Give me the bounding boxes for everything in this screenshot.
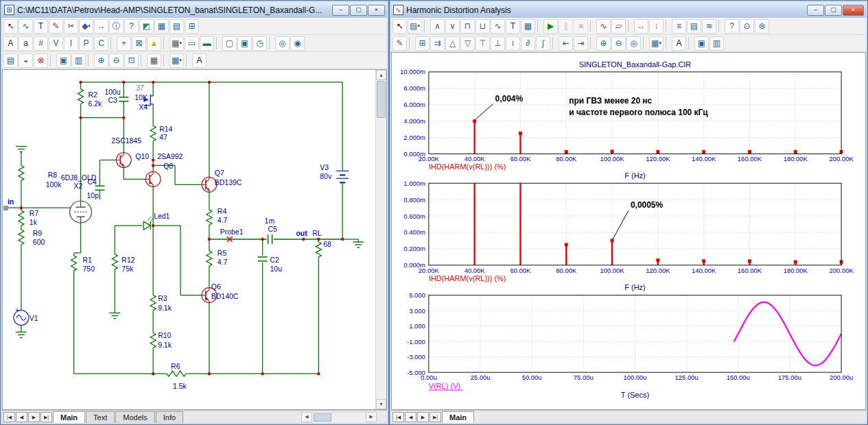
- x4-node-label[interactable]: 37: [136, 84, 144, 92]
- component-menu-icon[interactable]: ◆▾: [79, 19, 93, 34]
- properties-icon[interactable]: ▦: [521, 19, 535, 34]
- harmonic-marker[interactable]: [656, 258, 659, 262]
- scroll-down-button[interactable]: ▼: [376, 399, 386, 409]
- r9-value-label[interactable]: 600: [33, 239, 45, 246]
- auto-scale-icon[interactable]: ◎: [626, 36, 641, 51]
- r3-name-label[interactable]: R3: [158, 295, 167, 302]
- node-numbers-icon[interactable]: #: [34, 36, 48, 51]
- schematic-drawing[interactable]: R26.2k100uC33710KX4R14472SC1845Q102SA992…: [3, 70, 375, 409]
- pin-connections-icon[interactable]: +: [117, 36, 131, 51]
- vscroll-thumb[interactable]: [377, 81, 386, 118]
- scroll-up-button[interactable]: ▲: [376, 70, 386, 80]
- c4-value-label[interactable]: 10p: [87, 192, 99, 199]
- text-mode-icon[interactable]: T: [34, 19, 48, 34]
- copy-graph-icon[interactable]: ▣: [694, 36, 709, 51]
- r2-name-label[interactable]: R2: [89, 91, 98, 99]
- harmonic-marker[interactable]: [611, 149, 614, 153]
- grid-display-icon[interactable]: ▦▾: [169, 36, 184, 51]
- r6-name-label[interactable]: R6: [171, 363, 180, 370]
- resistor-symbol[interactable]: [112, 254, 117, 269]
- font-icon[interactable]: A: [192, 53, 207, 68]
- integral-icon[interactable]: ∫: [536, 36, 550, 51]
- scroll-right-button[interactable]: ▶: [366, 412, 377, 422]
- c2-value-label[interactable]: 10u: [270, 265, 283, 273]
- add-page-icon[interactable]: ▢: [222, 36, 237, 51]
- horizontal-tag-icon[interactable]: ↔: [634, 19, 648, 34]
- r4-value-label[interactable]: 4.7: [218, 217, 228, 224]
- legend-label[interactable]: V(RL) (V): [429, 382, 460, 390]
- maximize-button[interactable]: ▢: [350, 5, 367, 16]
- c2-name-label[interactable]: C2: [270, 256, 280, 264]
- file-list-icon[interactable]: ▤▾: [408, 19, 422, 34]
- cursor-inflection-icon[interactable]: ∿: [491, 19, 505, 34]
- r12-name-label[interactable]: R12: [121, 256, 134, 264]
- edit-graph-icon[interactable]: ✎: [392, 36, 407, 51]
- r8-value-label[interactable]: 100k: [46, 181, 62, 189]
- resistor-symbol[interactable]: [150, 332, 156, 348]
- hscroll-track[interactable]: [312, 412, 366, 422]
- peak-icon[interactable]: △: [445, 36, 460, 51]
- zoom-out-icon[interactable]: ⊖: [109, 53, 124, 68]
- legend-label[interactable]: IHD(HARM(v(RL))) (%): [429, 274, 506, 282]
- graphics-mode-icon[interactable]: ✎: [49, 19, 63, 34]
- valley-icon[interactable]: ▽: [460, 36, 475, 51]
- design-checks-icon[interactable]: ▲: [147, 36, 161, 51]
- plot-area[interactable]: 10.000m8.000m6.000m4.000m2.000m0.000m20.…: [392, 53, 865, 409]
- help-mode-icon[interactable]: ?: [124, 19, 139, 34]
- copy-icon[interactable]: ▣: [56, 53, 71, 68]
- c5-value-label[interactable]: 1m: [265, 217, 275, 225]
- r10-name-label[interactable]: R10: [158, 332, 171, 339]
- c3-value-label[interactable]: 100u: [104, 88, 120, 96]
- region-select-icon[interactable]: ◩: [139, 19, 154, 34]
- resistor-symbol[interactable]: [19, 165, 24, 180]
- grid-select-icon[interactable]: ▦▾: [649, 36, 664, 51]
- delete-mode-icon[interactable]: ✂: [64, 19, 78, 34]
- grid-text-icon[interactable]: a: [19, 36, 33, 51]
- c3-name-label[interactable]: C3: [108, 97, 117, 104]
- file-list-icon-dropdown[interactable]: ▾: [417, 23, 420, 29]
- tab-main[interactable]: Main: [442, 411, 474, 423]
- navigate-icon[interactable]: →: [94, 19, 108, 34]
- q10-name-label[interactable]: Q10: [135, 153, 149, 160]
- wire-mode-icon[interactable]: ∿: [19, 19, 33, 34]
- slope-icon[interactable]: ∂: [521, 36, 535, 51]
- r12-value-label[interactable]: 75k: [121, 265, 134, 273]
- analysis-titlebar[interactable]: ∿ Harmonic Distortion Analysis – ▢ ×: [391, 2, 866, 18]
- power-display-icon[interactable]: P: [79, 36, 93, 51]
- r1-value-label[interactable]: 750: [83, 265, 95, 273]
- harmonic-marker[interactable]: [748, 150, 751, 154]
- copy-page-icon[interactable]: ▥: [709, 36, 724, 51]
- q6-model-label[interactable]: BD140C: [211, 293, 239, 300]
- vertical-tag-icon[interactable]: ↕: [649, 19, 664, 34]
- out-port-label[interactable]: out: [296, 230, 307, 237]
- tab-info[interactable]: Info: [156, 411, 183, 423]
- global-high-icon[interactable]: ⊤: [476, 36, 490, 51]
- schematic-vscrollbar[interactable]: ▲ ▼: [375, 70, 386, 409]
- q7-model-label[interactable]: BD139C: [215, 179, 242, 186]
- schematic-titlebar[interactable]: ⊞ C:\MC11\DATA\Petrov\Head-AMP\SINGLETON…: [2, 2, 387, 18]
- helpers-icon[interactable]: ▤: [3, 53, 18, 68]
- cursor-valley-icon[interactable]: ∨: [445, 19, 460, 34]
- resistor-symbol[interactable]: [316, 242, 321, 257]
- model-editor-icon[interactable]: ▦: [154, 19, 169, 34]
- grid-select-icon-dropdown[interactable]: ▾: [179, 58, 182, 63]
- resistor-symbol[interactable]: [167, 371, 186, 376]
- go-to-left-icon[interactable]: ⇤: [559, 36, 573, 51]
- tab-models[interactable]: Models: [115, 411, 154, 423]
- harmonic-marker[interactable]: [611, 239, 614, 242]
- animate-options-icon[interactable]: ∿: [596, 19, 611, 34]
- harmonic-marker[interactable]: [794, 150, 797, 154]
- harmonic-marker[interactable]: [519, 132, 522, 135]
- find-icon[interactable]: ◎: [275, 36, 290, 51]
- hscroll-thumb[interactable]: [314, 413, 331, 422]
- page-info-icon[interactable]: ▣: [237, 36, 252, 51]
- led-symbol[interactable]: [143, 221, 150, 230]
- harmonic-marker[interactable]: [702, 150, 705, 154]
- q7-name-label[interactable]: Q7: [215, 169, 224, 177]
- v1-name-label[interactable]: V1: [30, 315, 38, 322]
- grid-display-icon-dropdown[interactable]: ▾: [179, 40, 182, 46]
- device-conditions-icon[interactable]: C: [94, 36, 108, 51]
- inflection-icon[interactable]: ≀: [506, 36, 520, 51]
- command-window-icon[interactable]: ⊞: [185, 19, 199, 34]
- text-mode-icon[interactable]: T: [506, 19, 520, 34]
